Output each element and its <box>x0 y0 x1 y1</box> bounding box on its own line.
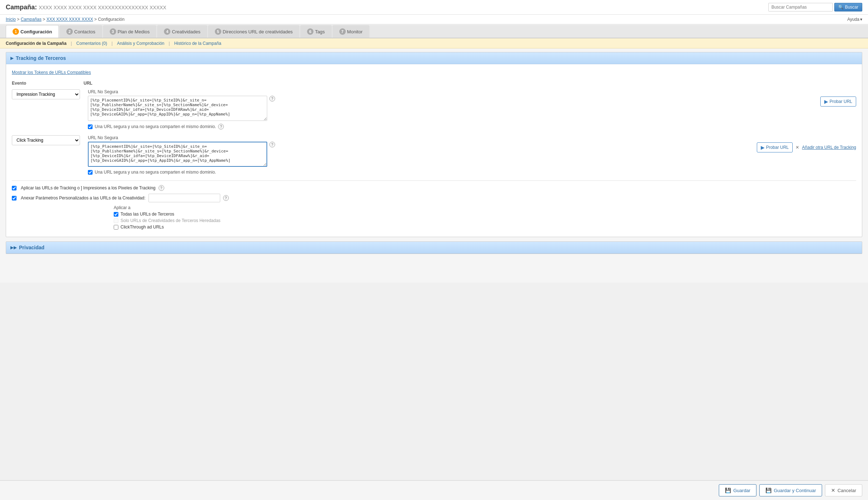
click-select[interactable]: Click Tracking <box>12 135 80 145</box>
tab-tags[interactable]: 6 Tags <box>300 25 331 38</box>
tab-num-2: 2 <box>66 28 73 35</box>
radio-clickthrough: ClickThrough ad URLs <box>114 225 856 230</box>
impression-checkbox-text: Una URL segura y una no segura comparten… <box>95 124 216 129</box>
campaign-value: XXXX XXXX XXXX XXXX XXXXXXXXXXXXXXX XXXX… <box>39 5 166 10</box>
impression-url-label: URL No Segura <box>88 89 816 94</box>
tokens-link[interactable]: Mostrar los Tokens de URLs Compatibles <box>12 70 856 75</box>
tab-contactos[interactable]: 2 Contactos <box>60 25 102 38</box>
click-row: Click Tracking URL No Segura [%tp_Placem… <box>12 135 856 167</box>
click-checkbox-row: Una URL segura y una no segura comparten… <box>88 170 856 175</box>
evento-header: Evento <box>12 79 84 87</box>
apply-tracking-help-icon[interactable]: ? <box>159 185 164 191</box>
apply-tracking-row: Aplicar las URLs de Tracking o ] Impresi… <box>12 185 856 191</box>
breadcrumb-path: Inicio > Campañas > XXX XXXX XXXX XXXX >… <box>6 17 124 22</box>
tab-label-4: Creatividades <box>172 29 201 34</box>
impression-url-help-icon[interactable]: ? <box>269 96 275 102</box>
apply-tracking-checkbox[interactable] <box>12 186 16 190</box>
click-url-help-icon[interactable]: ? <box>269 142 275 147</box>
clickthrough-checkbox[interactable] <box>114 225 118 230</box>
radio-options: Todas las URLs de Terceros Solo URLs de … <box>114 212 856 230</box>
click-evento-cell: Click Tracking <box>12 135 84 145</box>
chevron-down-icon: ▾ <box>860 17 862 22</box>
tab-label-3: Plan de Medios <box>118 29 150 34</box>
subnav-historico[interactable]: Histórico de la Campaña <box>170 41 226 46</box>
tab-num-3: 3 <box>110 28 116 35</box>
click-checkbox-label[interactable]: Una URL segura y una no segura comparten… <box>88 170 856 175</box>
impression-evento-cell: Impression Tracking <box>12 89 84 99</box>
breadcrumb-campaign[interactable]: XXX XXXX XXXX XXXX <box>46 17 93 22</box>
click-checkbox[interactable] <box>88 170 93 175</box>
todas-urls-checkbox[interactable] <box>114 212 118 217</box>
impression-checkbox-help-icon[interactable]: ? <box>218 124 224 129</box>
tracking-section-title: Tracking de Terceros <box>16 55 66 61</box>
remove-click-icon[interactable]: ✕ <box>796 145 799 150</box>
breadcrumb-campanas[interactable]: Campañas <box>21 17 42 22</box>
help-link[interactable]: Ayuda ▾ <box>847 17 862 22</box>
sub-nav: Configuración de la Campaña | Comentario… <box>0 38 868 48</box>
impression-url-textarea[interactable]: [%tp_PlacementID%]&r_site=[%tp_SiteID%]&… <box>88 96 267 121</box>
click-probar-btn[interactable]: ▶ Probar URL <box>757 142 793 152</box>
tab-monitor[interactable]: 7 Monitor <box>332 25 369 38</box>
impression-checkbox[interactable] <box>88 124 93 129</box>
collapse-icon: ▶ <box>10 56 14 61</box>
tab-direcciones-url[interactable]: 5 Direcciones URL de creatividades <box>208 25 299 38</box>
apply-tracking-label: Aplicar las URLs de Tracking o ] Impresi… <box>21 185 156 190</box>
search-area: 🔍 Buscar <box>768 3 862 11</box>
custom-params-help-icon[interactable]: ? <box>223 195 229 201</box>
click-probar-label: Probar URL <box>766 145 789 150</box>
custom-params-checkbox[interactable] <box>12 196 16 201</box>
todas-urls-label: Todas las URLs de Terceros <box>121 212 174 217</box>
custom-params-input[interactable] <box>148 194 220 202</box>
divider-1 <box>12 180 856 181</box>
impression-row: Impression Tracking URL No Segura [%tp_P… <box>12 89 856 121</box>
breadcrumb: Inicio > Campañas > XXX XXXX XXXX XXXX >… <box>0 15 868 24</box>
breadcrumb-sep1: > <box>17 17 20 22</box>
click-url-cell: URL No Segura [%tp_PlacementID%]&r_site=… <box>88 135 753 167</box>
tab-label-7: Monitor <box>347 29 363 34</box>
privacidad-section: ▶▶ Privacidad <box>6 241 862 254</box>
play-icon: ▶ <box>824 99 828 104</box>
click-action-cell: ▶ Probar URL ✕ Añadir otra URL de Tracki… <box>757 142 856 152</box>
subnav-analisis[interactable]: Análisis y Comprobación <box>113 41 169 46</box>
click-checkbox-text: Una URL segura y una no segura comparten… <box>95 170 216 175</box>
url-header: URL <box>84 79 856 87</box>
privacidad-section-header[interactable]: ▶▶ Privacidad <box>6 242 862 254</box>
tab-configuracion[interactable]: 1 Configuración <box>6 25 59 38</box>
search-button[interactable]: 🔍 Buscar <box>834 3 862 11</box>
help-label: Ayuda <box>847 17 859 22</box>
breadcrumb-inicio[interactable]: Inicio <box>6 17 16 22</box>
privacidad-arrow-icon: ▶▶ <box>10 245 17 250</box>
click-url-row: [%tp_PlacementID%]&r_site=[%tp_SiteID%]&… <box>88 142 753 167</box>
impression-probar-label: Probar URL <box>830 99 852 104</box>
tab-creatividades[interactable]: 4 Creatividades <box>157 25 207 38</box>
subnav-configuracion[interactable]: Configuración de la Campaña <box>6 41 71 46</box>
impression-select[interactable]: Impression Tracking <box>12 89 80 99</box>
subnav-comentarios[interactable]: Comentarios (0) <box>72 41 112 46</box>
tab-label-1: Configuración <box>20 29 52 34</box>
impression-checkbox-label[interactable]: Una URL segura y una no segura comparten… <box>88 124 856 129</box>
play-icon-2: ▶ <box>761 145 765 150</box>
breadcrumb-current: Configuración <box>98 17 124 22</box>
tabs-bar: 1 Configuración 2 Contactos 3 Plan de Me… <box>0 25 868 38</box>
tab-num-4: 4 <box>164 28 170 35</box>
tab-num-5: 5 <box>215 28 221 35</box>
solo-urls-checkbox[interactable] <box>114 218 118 223</box>
custom-params-label: Anexar Parámetros Personalizados a las U… <box>21 195 146 201</box>
add-url-link[interactable]: Añadir otra URL de Tracking <box>802 145 856 150</box>
tracking-section: ▶ Tracking de Terceros Mostrar los Token… <box>6 52 862 237</box>
click-url-textarea[interactable]: [%tp_PlacementID%]&r_site=[%tp_SiteID%]&… <box>88 142 267 167</box>
search-input[interactable] <box>768 3 833 11</box>
breadcrumb-sep2: > <box>43 17 46 22</box>
impression-probar-btn[interactable]: ▶ Probar URL <box>820 96 856 107</box>
tracking-section-header[interactable]: ▶ Tracking de Terceros <box>6 52 862 64</box>
clickthrough-label: ClickThrough ad URLs <box>121 225 164 230</box>
privacidad-section-title: Privacidad <box>19 245 44 250</box>
tab-plan-medios[interactable]: 3 Plan de Medios <box>103 25 157 38</box>
main-content: ▶ Tracking de Terceros Mostrar los Token… <box>0 48 868 283</box>
impression-checkbox-row: Una URL segura y una no segura comparten… <box>88 124 856 129</box>
top-header: Campaña: XXXX XXXX XXXX XXXX XXXXXXXXXXX… <box>0 0 868 15</box>
custom-params-row: Anexar Parámetros Personalizados a las U… <box>12 194 856 202</box>
campaign-label: Campaña: <box>6 4 37 11</box>
tab-num-1: 1 <box>13 28 19 35</box>
tracking-headers: Evento URL <box>12 79 856 87</box>
